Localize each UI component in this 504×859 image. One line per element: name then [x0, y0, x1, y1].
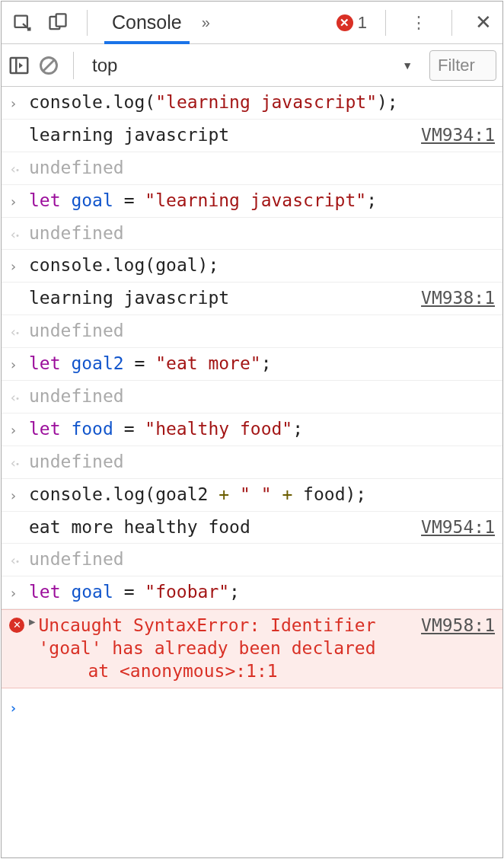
return-chevron-icon: ‹• [6, 157, 29, 177]
console-return-row: ‹•undefined [2, 218, 502, 251]
console-input-row: ›console.log("learning javascript"); [2, 87, 502, 120]
error-message: Uncaught SyntaxError: Identifier 'goal' … [38, 615, 412, 660]
console-return-row: ‹•undefined [2, 152, 502, 185]
console-log-row: learning javascriptVM934:1 [2, 120, 502, 152]
console-log-row: eat more healthy foodVM954:1 [2, 512, 502, 544]
kebab-menu-icon[interactable]: ⋮ [404, 13, 433, 33]
tabbar: Console » ✕ 1 ⋮ ✕ [2, 2, 502, 44]
console-input-row: ›console.log(goal2 + " " + food); [2, 479, 502, 512]
console-input-row: ›let food = "healthy food"; [2, 414, 502, 446]
console-code: let goal2 = "eat more"; [29, 353, 495, 375]
console-error-row: ✕▶Uncaught SyntaxError: Identifier 'goal… [2, 609, 502, 688]
error-icon: ✕ [6, 615, 29, 633]
filter-input[interactable]: Filter [429, 50, 496, 81]
source-link[interactable]: VM934:1 [421, 124, 495, 147]
tabs-overflow-icon[interactable]: » [202, 14, 210, 31]
console-return-row: ‹•undefined [2, 315, 502, 348]
return-chevron-icon: ‹• [6, 320, 29, 340]
error-count: 1 [358, 13, 367, 33]
return-chevron-icon: ‹• [6, 385, 29, 406]
chevron-down-icon: ▼ [402, 59, 413, 72]
input-chevron-icon: › [6, 418, 29, 439]
return-value: undefined [29, 548, 495, 571]
log-message: eat more healthy food [29, 516, 412, 539]
source-link[interactable]: VM938:1 [421, 287, 495, 310]
log-message: learning javascript [29, 287, 412, 310]
error-stack-line: at <anonymous>:1:1 [29, 660, 495, 683]
return-chevron-icon: ‹• [6, 222, 29, 243]
return-chevron-icon: ‹• [6, 548, 29, 569]
console-input-row: ›let goal = "foobar"; [2, 576, 502, 609]
return-value: undefined [29, 222, 495, 245]
divider [385, 10, 386, 36]
console-return-row: ‹•undefined [2, 544, 502, 576]
input-chevron-icon: › [6, 353, 29, 373]
console-return-row: ‹•undefined [2, 446, 502, 479]
log-gutter [6, 516, 29, 519]
error-count-badge[interactable]: ✕ 1 [337, 13, 367, 33]
tab-console[interactable]: Console [106, 2, 188, 43]
filter-placeholder: Filter [438, 56, 475, 75]
clear-console-icon[interactable] [38, 55, 59, 76]
log-gutter [6, 287, 29, 290]
divider [87, 10, 88, 36]
log-gutter [6, 124, 29, 127]
console-toolbar: top ▼ Filter [2, 44, 502, 87]
input-chevron-icon: › [6, 91, 29, 112]
input-chevron-icon: › [6, 190, 29, 210]
sidebar-toggle-icon[interactable] [8, 54, 30, 77]
tab-label: Console [112, 11, 182, 34]
console-code: console.log(goal); [29, 254, 495, 277]
svg-rect-2 [56, 14, 66, 26]
return-value: undefined [29, 385, 495, 408]
console-return-row: ‹•undefined [2, 381, 502, 414]
input-chevron-icon: › [6, 484, 29, 504]
return-value: undefined [29, 451, 495, 474]
inspect-icon[interactable] [12, 12, 33, 34]
console-code: let food = "healthy food"; [29, 418, 495, 441]
prompt-chevron-icon: › [6, 696, 29, 717]
return-value: undefined [29, 320, 495, 343]
console-input-row: ›let goal2 = "eat more"; [2, 348, 502, 381]
input-chevron-icon: › [6, 254, 29, 275]
divider [451, 10, 452, 36]
context-label: top [92, 55, 117, 76]
console-code: console.log(goal2 + " " + food); [29, 484, 495, 506]
return-chevron-icon: ‹• [6, 451, 29, 471]
error-icon: ✕ [337, 14, 353, 31]
console-prompt-row: › [2, 688, 502, 721]
device-toggle-icon[interactable] [47, 12, 69, 34]
return-value: undefined [29, 157, 495, 180]
console-input-row: ›let goal = "learning javascript"; [2, 185, 502, 218]
console-code: let goal = "learning javascript"; [29, 190, 495, 212]
execution-context-select[interactable]: top ▼ [88, 50, 422, 81]
divider [73, 52, 74, 79]
console-code: console.log("learning javascript"); [29, 91, 495, 114]
input-chevron-icon: › [6, 581, 29, 602]
console-output[interactable]: ›console.log("learning javascript");lear… [2, 87, 502, 857]
log-message: learning javascript [29, 124, 412, 147]
expand-triangle-icon[interactable]: ▶ [29, 615, 35, 660]
close-icon[interactable]: ✕ [471, 11, 496, 34]
source-link[interactable]: VM954:1 [421, 516, 495, 539]
source-link[interactable]: VM958:1 [421, 615, 495, 660]
console-log-row: learning javascriptVM938:1 [2, 283, 502, 315]
console-input-row: ›console.log(goal); [2, 250, 502, 283]
console-code: let goal = "foobar"; [29, 581, 495, 604]
